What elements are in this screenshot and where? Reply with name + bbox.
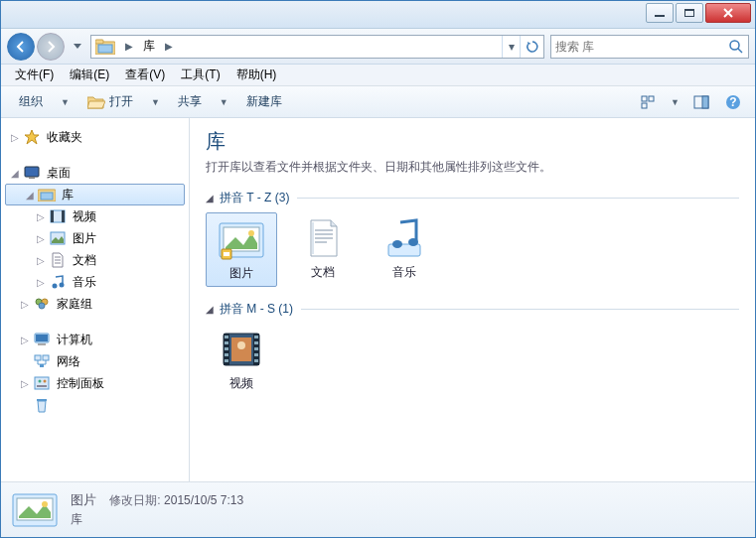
svg-point-3 <box>730 41 739 50</box>
tree-label: 家庭组 <box>53 296 92 313</box>
history-dropdown[interactable] <box>71 37 84 57</box>
organize-dropdown[interactable]: ▼ <box>57 97 74 107</box>
twisty-icon[interactable]: ▷ <box>19 378 31 389</box>
menu-view[interactable]: 查看(V) <box>117 65 173 85</box>
group-header-ms[interactable]: ◢ 拼音 M - S (1) <box>206 301 739 318</box>
minimize-button[interactable] <box>646 3 674 23</box>
page-subtitle: 打开库以查看文件并根据文件夹、日期和其他属性排列这些文件。 <box>206 159 739 176</box>
library-videos[interactable]: 视频 <box>206 324 277 396</box>
tree-pictures[interactable]: ▷ 图片 <box>1 227 189 249</box>
share-dropdown[interactable]: ▼ <box>216 97 232 107</box>
organize-button[interactable]: 组织 <box>9 89 53 114</box>
arrow-right-icon <box>44 40 58 54</box>
svg-rect-4 <box>642 96 647 101</box>
preview-pane-button[interactable] <box>687 90 715 114</box>
search-box[interactable] <box>550 35 749 59</box>
breadcrumb-libraries[interactable]: 库 <box>137 36 161 58</box>
back-button[interactable] <box>7 33 35 61</box>
explorer-window: ▶ 库 ▶ ▾ 文件(F) 编辑(E) 查看(V) 工具(T) 帮助(H) 组织… <box>0 0 756 538</box>
svg-point-19 <box>53 284 58 289</box>
address-bar[interactable]: ▶ 库 ▶ ▾ <box>90 35 544 59</box>
tree-control-panel[interactable]: ▷ 控制面板 <box>1 372 189 394</box>
address-dropdown[interactable]: ▾ <box>502 36 520 58</box>
divider <box>301 309 739 310</box>
new-library-button[interactable]: 新建库 <box>236 89 292 114</box>
tree-libraries[interactable]: ◢ 库 <box>5 184 185 205</box>
twisty-icon[interactable]: ▷ <box>35 211 47 222</box>
svg-rect-39 <box>224 252 229 256</box>
share-button[interactable]: 共享 <box>168 89 212 114</box>
tree-documents[interactable]: ▷ 文档 <box>1 249 189 271</box>
svg-rect-50 <box>225 359 228 362</box>
svg-point-31 <box>39 380 42 383</box>
twisty-icon[interactable]: ▷ <box>19 335 31 345</box>
svg-rect-2 <box>98 45 112 53</box>
twisty-icon[interactable]: ▷ <box>35 277 47 288</box>
item-label: 图片 <box>209 265 274 282</box>
menu-file[interactable]: 文件(F) <box>7 65 62 85</box>
tree-network[interactable]: 网络 <box>1 350 189 372</box>
tree-label: 音乐 <box>69 274 96 291</box>
twisty-icon[interactable]: ▷ <box>19 299 31 310</box>
svg-rect-55 <box>254 359 258 362</box>
twisty-icon[interactable]: ▷ <box>35 233 47 244</box>
library-pictures[interactable]: 图片 <box>206 212 277 287</box>
svg-point-32 <box>44 380 47 383</box>
help-button[interactable]: ? <box>719 90 747 114</box>
refresh-button[interactable] <box>520 36 543 58</box>
menu-bar: 文件(F) 编辑(E) 查看(V) 工具(T) 帮助(H) <box>1 65 755 86</box>
maximize-button[interactable] <box>676 3 703 23</box>
search-input[interactable] <box>555 40 728 54</box>
preview-pane-icon <box>693 95 709 109</box>
svg-point-57 <box>237 341 245 349</box>
tree-desktop[interactable]: ◢ 桌面 <box>1 162 189 184</box>
document-icon <box>49 251 67 269</box>
library-documents[interactable]: 文档 <box>287 212 359 287</box>
twisty-icon[interactable]: ◢ <box>24 190 36 201</box>
svg-rect-30 <box>35 377 49 389</box>
view-icon <box>641 95 657 109</box>
tree-videos[interactable]: ▷ 视频 <box>1 205 189 227</box>
crumb-root-arrow[interactable]: ▶ <box>121 41 137 52</box>
menu-edit[interactable]: 编辑(E) <box>62 65 117 85</box>
view-options-button[interactable] <box>635 90 663 114</box>
svg-rect-12 <box>29 177 35 179</box>
group-label: 拼音 T - Z (3) <box>220 190 289 206</box>
item-label: 视频 <box>208 375 275 392</box>
control-panel-icon <box>33 374 51 392</box>
close-button[interactable] <box>705 3 751 23</box>
navigation-tree: ▷ 收藏夹 ◢ 桌面 ◢ 库 ▷ 视频 ▷ <box>1 118 190 481</box>
tree-favorites[interactable]: ▷ 收藏夹 <box>1 126 189 148</box>
forward-button[interactable] <box>37 33 65 61</box>
details-modified-value: 2015/10/5 7:13 <box>164 493 243 507</box>
tree-homegroup[interactable]: ▷ 家庭组 <box>1 293 189 315</box>
svg-rect-25 <box>36 335 48 341</box>
homegroup-icon <box>33 295 51 313</box>
crumb-arrow[interactable]: ▶ <box>161 41 177 52</box>
tree-label: 视频 <box>69 208 96 225</box>
tree-music[interactable]: ▷ 音乐 <box>1 271 189 293</box>
tree-recycle-bin[interactable] <box>1 394 189 416</box>
libraries-icon <box>38 186 56 203</box>
tree-label: 图片 <box>69 230 96 247</box>
view-dropdown[interactable]: ▼ <box>667 97 683 107</box>
open-button[interactable]: 打开 <box>77 89 143 114</box>
svg-rect-28 <box>43 355 49 360</box>
chevron-down-icon <box>74 44 81 50</box>
svg-rect-11 <box>25 167 39 177</box>
group-header-tz[interactable]: ◢ 拼音 T - Z (3) <box>206 190 739 206</box>
open-dropdown[interactable]: ▼ <box>147 97 164 107</box>
library-music[interactable]: 音乐 <box>369 212 440 287</box>
svg-rect-6 <box>642 103 647 108</box>
twisty-icon[interactable]: ◢ <box>9 168 21 179</box>
svg-rect-33 <box>37 385 47 387</box>
computer-icon <box>33 331 51 348</box>
search-icon[interactable] <box>728 39 744 55</box>
music-icon <box>49 273 67 291</box>
twisty-icon[interactable]: ▷ <box>9 132 21 143</box>
menu-help[interactable]: 帮助(H) <box>228 65 285 85</box>
tree-computer[interactable]: ▷ 计算机 <box>1 329 189 350</box>
menu-tools[interactable]: 工具(T) <box>173 65 227 85</box>
svg-point-41 <box>392 240 402 248</box>
twisty-icon[interactable]: ▷ <box>35 255 47 266</box>
